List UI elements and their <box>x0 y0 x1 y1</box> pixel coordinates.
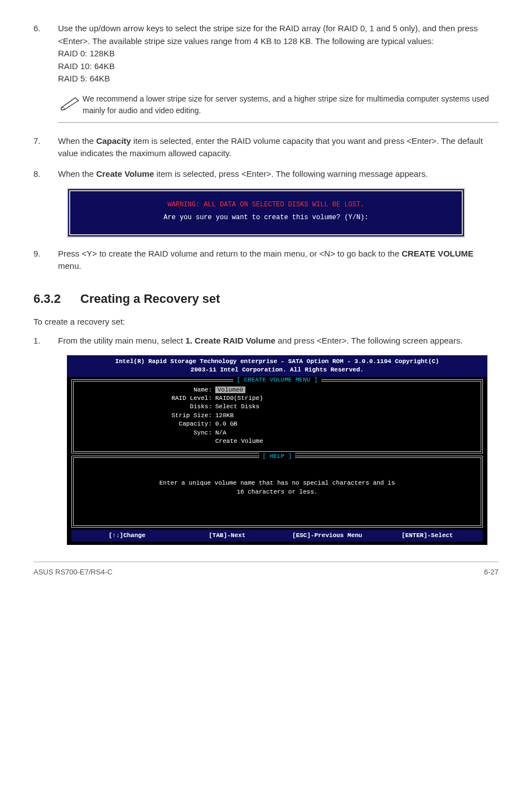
capacity-value[interactable]: 0.0 GB <box>215 420 238 428</box>
rom-header: Intel(R) Rapid Storage Technology enterp… <box>67 355 487 377</box>
step-body: From the utility main menu, select 1. Cr… <box>58 335 499 347</box>
raid5-line: RAID 5: 64KB <box>58 74 110 83</box>
text-post: and press <Enter>. The following screen … <box>275 336 463 345</box>
help-title-text: [ HELP ] <box>259 453 296 460</box>
help-line1: Enter a unique volume name that has no s… <box>159 480 395 486</box>
key-select: [ENTER]-Select <box>378 532 478 540</box>
footer-product: ASUS RS700-E7/RS4-C <box>33 567 113 578</box>
text-post: menu. <box>58 261 81 270</box>
rom-key-footer: [↑↓]Change [TAB]-Next [ESC]-Previous Men… <box>71 530 483 542</box>
note-text: We recommend a lower stripe size for ser… <box>83 93 499 117</box>
step-8: 8. When the Create Volume item is select… <box>33 168 499 181</box>
panel-title-text: [ CREATE VOLUME MENU ] <box>233 376 321 383</box>
step-number: 1. <box>33 335 58 347</box>
panel-body: Name:Volume0 RAID Level:RAID0(Stripe) Di… <box>74 381 481 452</box>
help-panel: [ HELP ] Enter a unique volume name that… <box>71 456 483 528</box>
key-next: [TAB]-Next <box>177 532 278 540</box>
option-rom-screen: Intel(R) Rapid Storage Technology enterp… <box>67 355 487 545</box>
text-pre: When the <box>58 136 96 146</box>
name-field[interactable]: Volume0 <box>215 386 245 393</box>
help-line2: 16 characters or less. <box>236 489 317 495</box>
step-number: 7. <box>33 135 58 160</box>
create-volume-bold: Create Volume <box>96 169 154 178</box>
step-number: 6. <box>33 22 58 85</box>
step-text: Use the up/down arrow keys to select the… <box>58 23 478 46</box>
rom-header-line1: Intel(R) Rapid Storage Technology enterp… <box>115 358 439 365</box>
disks-value[interactable]: Select Disks <box>215 403 259 411</box>
sync-value: N/A <box>215 429 226 437</box>
key-previous: [ESC]-Previous Menu <box>277 532 378 540</box>
panel-title: [ HELP ] <box>74 452 481 461</box>
step-body: Use the up/down arrow keys to select the… <box>58 22 499 85</box>
step-9: 9. Press <Y> to create the RAID volume a… <box>33 248 499 273</box>
pencil-icon <box>58 93 83 113</box>
step-7: 7. When the Capacity item is selected, e… <box>33 135 499 160</box>
rom-header-line2: 2003-11 Intel Corporation. All Rights Re… <box>191 366 364 373</box>
bios-warning-line: WARNING: ALL DATA ON SELECTED DISKS WILL… <box>81 200 451 210</box>
note-box: We recommend a lower stripe size for ser… <box>58 93 499 123</box>
raid-level-value[interactable]: RAID0(Stripe) <box>215 394 263 403</box>
help-body: Enter a unique volume name that has no s… <box>74 458 481 525</box>
step-number: 8. <box>33 168 58 181</box>
intro-text: To create a recovery set: <box>33 316 499 328</box>
raid-level-label: RAID Level: <box>81 394 215 403</box>
strip-size-value[interactable]: 128KB <box>215 412 234 420</box>
step-6: 6. Use the up/down arrow keys to select … <box>33 22 499 85</box>
page-footer: ASUS RS700-E7/RS4-C 6-27 <box>33 562 499 578</box>
create-raid-volume-bold: 1. Create RAID Volume <box>185 336 275 345</box>
strip-size-label: Strip Size: <box>81 412 215 420</box>
text-pre: Press <Y> to create the RAID volume and … <box>58 249 402 258</box>
text-pre: When the <box>58 169 96 178</box>
step-body: When the Capacity item is selected, ente… <box>58 135 499 160</box>
footer-page-number: 6-27 <box>484 567 499 578</box>
capacity-bold: Capacity <box>96 136 131 146</box>
bios-confirm-prompt: Are you sure you want to create this vol… <box>81 213 451 223</box>
step-body: When the Create Volume item is selected,… <box>58 168 499 181</box>
section-title: Creating a Recovery set <box>80 292 220 306</box>
text-pre: From the utility main menu, select <box>58 336 185 345</box>
section-number: 6.3.2 <box>33 289 80 308</box>
capacity-label: Capacity: <box>81 420 215 428</box>
create-volume-action[interactable]: Create Volume <box>215 437 263 446</box>
sync-label: Sync: <box>81 429 215 437</box>
bios-warning-dialog: WARNING: ALL DATA ON SELECTED DISKS WILL… <box>67 188 465 238</box>
panel-title: [ CREATE VOLUME MENU ] <box>74 376 481 384</box>
disks-label: Disks: <box>81 403 215 411</box>
section-heading: 6.3.2Creating a Recovery set <box>33 289 499 308</box>
create-volume-panel: [ CREATE VOLUME MENU ] Name:Volume0 RAID… <box>71 379 483 454</box>
step-body: Press <Y> to create the RAID volume and … <box>58 248 499 273</box>
step-number: 9. <box>33 248 58 273</box>
recovery-step-1: 1. From the utility main menu, select 1.… <box>33 335 499 347</box>
raid10-line: RAID 10: 64KB <box>58 61 115 71</box>
text-post: item is selected, press <Enter>. The fol… <box>154 169 428 178</box>
raid0-line: RAID 0: 128KB <box>58 49 115 58</box>
name-label: Name: <box>81 386 215 394</box>
key-change: [↑↓]Change <box>77 532 177 540</box>
create-volume-menu-bold: CREATE VOLUME <box>402 249 473 258</box>
